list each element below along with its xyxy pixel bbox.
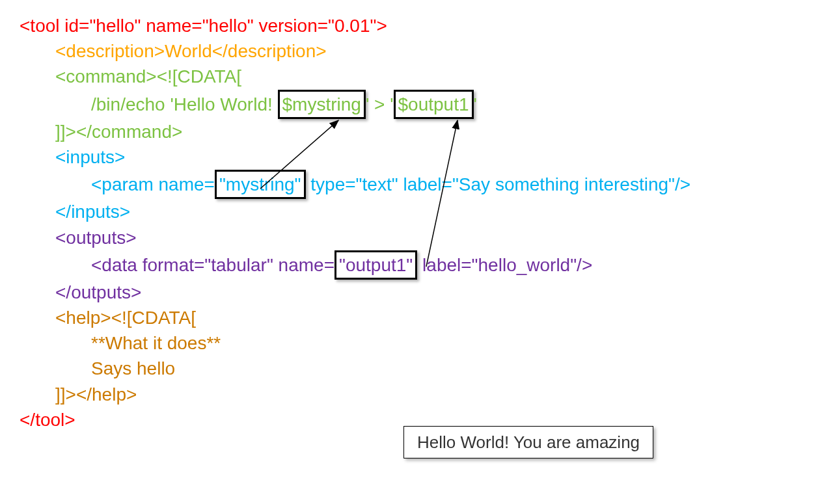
help-line2: Says hello xyxy=(20,356,813,381)
inputs-open: <inputs> xyxy=(20,144,813,170)
command-close: ]]></command> xyxy=(20,119,813,144)
help-close: ]]></help> xyxy=(20,382,813,407)
tool-open-tag: <tool id="hello" name="hello" version="0… xyxy=(20,13,813,38)
command-open: <command><![CDATA[ xyxy=(20,64,813,89)
output-result-box: Hello World! You are amazing xyxy=(403,426,653,458)
data-tag: <data format="tabular" name="output1" la… xyxy=(20,250,813,280)
output1-ref-box: $output1 xyxy=(394,90,474,119)
param-prefix: <param name= xyxy=(91,174,215,194)
cmd-suffix: ' xyxy=(474,94,477,114)
xml-code-diagram: <tool id="hello" name="hello" version="0… xyxy=(20,13,813,432)
data-suffix: label="hello_world"/> xyxy=(417,255,592,275)
output1-def-box: "output1" xyxy=(335,250,417,280)
description-tag: <description>World</description> xyxy=(20,38,813,64)
mystring-def-box: "mystring" xyxy=(215,170,306,199)
inputs-close: </inputs> xyxy=(20,199,813,224)
cmd-mid: ' > ' xyxy=(366,94,394,114)
mystring-ref-box: $mystring xyxy=(278,90,366,119)
help-line1: **What it does** xyxy=(20,330,813,356)
command-body: /bin/echo 'Hello World! $mystring' > '$o… xyxy=(20,90,813,119)
outputs-open: <outputs> xyxy=(20,225,813,250)
param-tag: <param name="mystring" type="text" label… xyxy=(20,170,813,199)
data-prefix: <data format="tabular" name= xyxy=(91,255,335,275)
help-open: <help><![CDATA[ xyxy=(20,305,813,330)
cmd-prefix: /bin/echo 'Hello World! xyxy=(91,94,278,114)
outputs-close: </outputs> xyxy=(20,280,813,305)
param-suffix: type="text" label="Say something interes… xyxy=(306,174,691,194)
